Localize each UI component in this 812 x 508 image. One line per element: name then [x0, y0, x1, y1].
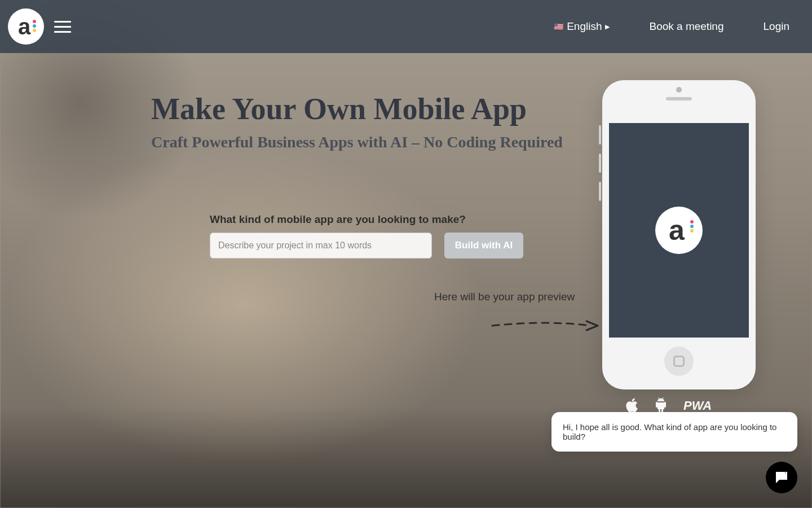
prompt-label: What kind of mobile app are you looking … [210, 213, 523, 226]
phone-splash-logo: a [655, 207, 703, 254]
apple-icon [625, 397, 638, 413]
chat-message-text: Hi, I hope all is good. What kind of app… [563, 422, 776, 441]
phone-mockup: a [602, 80, 756, 389]
logo-dots-icon [33, 19, 36, 33]
logo-letter: a [18, 14, 30, 40]
hero-headline: Make Your Own Mobile App [151, 91, 580, 126]
flag-icon: 🇺🇸 [554, 22, 563, 31]
ai-prompt-form: What kind of mobile app are you looking … [210, 213, 523, 259]
phone-top-sensors [602, 87, 756, 100]
build-with-ai-button[interactable]: Build with AI [444, 233, 523, 259]
hero-text: Make Your Own Mobile App Craft Powerful … [151, 91, 580, 151]
platform-icons: PWA [625, 397, 727, 413]
menu-icon[interactable] [54, 17, 71, 36]
site-header: a 🇺🇸 English ▶ Book a meeting Login [0, 0, 812, 53]
phone-speaker-icon [666, 97, 692, 100]
book-meeting-link[interactable]: Book a meeting [649, 20, 723, 33]
hero-subheadline: Craft Powerful Business Apps with AI – N… [151, 133, 580, 151]
login-link[interactable]: Login [764, 20, 790, 33]
arrow-icon [489, 314, 602, 337]
preview-hint-text: Here will be your app preview [434, 291, 575, 303]
logo-dots-icon [690, 219, 694, 234]
language-selector[interactable]: 🇺🇸 English ▶ [554, 20, 610, 33]
phone-camera-icon [676, 87, 682, 93]
language-label: English [567, 20, 602, 33]
caret-right-icon: ▶ [605, 23, 610, 30]
phone-home-button-icon [664, 347, 694, 376]
svg-text:PWA: PWA [683, 398, 712, 413]
chat-icon [774, 470, 789, 485]
chat-message-bubble: Hi, I hope all is good. What kind of app… [551, 412, 797, 452]
phone-screen: a [609, 123, 749, 338]
pwa-icon: PWA [683, 397, 727, 413]
header-nav: 🇺🇸 English ▶ Book a meeting Login [554, 20, 789, 33]
chat-launcher-button[interactable] [766, 462, 797, 493]
project-description-input[interactable] [210, 233, 432, 259]
android-icon [654, 397, 668, 413]
phone-side-buttons-icon [599, 125, 601, 210]
brand-logo[interactable]: a [8, 8, 44, 45]
